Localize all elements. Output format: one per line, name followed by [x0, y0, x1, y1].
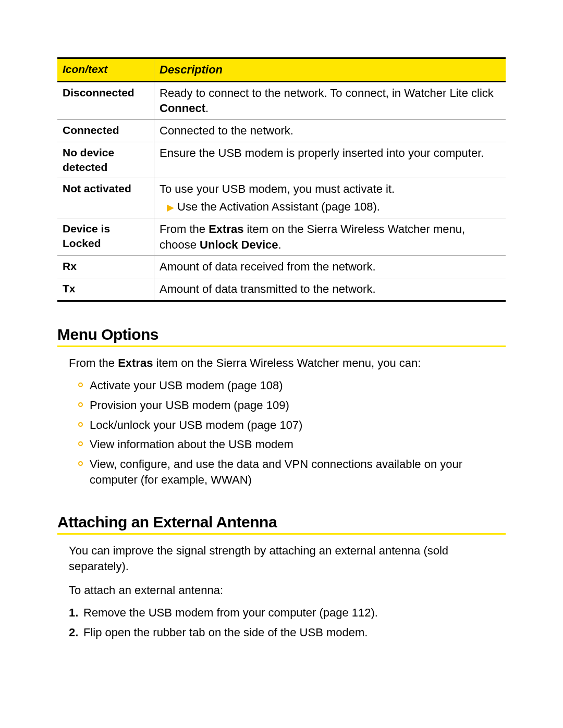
- table-row: Rx Amount of data received from the netw…: [57, 256, 506, 278]
- menu-options-intro: From the Extras item on the Sierra Wirel…: [69, 355, 506, 371]
- table-row: Not activated To use your USB modem, you…: [57, 178, 506, 218]
- cell-icon: Tx: [57, 278, 154, 301]
- table-row: No device detected Ensure the USB modem …: [57, 142, 506, 178]
- antenna-para: You can improve the signal strength by a…: [69, 543, 506, 574]
- desc-text: .: [205, 102, 209, 115]
- cell-icon: Disconnected: [57, 81, 154, 119]
- intro-text: From the: [69, 356, 118, 369]
- list-item: View, configure, and use the data and VP…: [78, 454, 506, 489]
- menu-options-list: Activate your USB modem (page 108) Provi…: [57, 376, 506, 489]
- antenna-lead: To attach an external antenna:: [69, 583, 506, 598]
- desc-text: Ready to connect to the network. To conn…: [160, 87, 494, 100]
- cell-icon: Connected: [57, 120, 154, 142]
- table-row: Device is Locked From the Extras item on…: [57, 218, 506, 255]
- cell-desc: Amount of data transmitted to the networ…: [154, 278, 506, 301]
- list-item: Provision your USB modem (page 109): [78, 396, 506, 415]
- list-item: Activate your USB modem (page 108): [78, 376, 506, 396]
- cell-desc: From the Extras item on the Sierra Wirel…: [154, 218, 506, 255]
- page-content: Icon/text Description Disconnected Ready…: [0, 0, 563, 728]
- cell-desc: Connected to the network.: [154, 120, 506, 142]
- list-item: Remove the USB modem from your computer …: [69, 603, 506, 623]
- cell-icon: Device is Locked: [57, 218, 154, 255]
- desc-text: From the: [160, 223, 209, 236]
- table-row: Disconnected Ready to connect to the net…: [57, 81, 506, 119]
- cell-icon: Not activated: [57, 178, 154, 218]
- desc-text: .: [278, 238, 281, 251]
- desc-bold: Connect: [160, 102, 205, 115]
- intro-bold: Extras: [118, 356, 153, 369]
- sub-bullet-text: Use the Activation Assistant (page 108).: [177, 200, 380, 213]
- table-header-row: Icon/text Description: [57, 58, 506, 82]
- desc-bold: Unlock Device: [200, 238, 278, 251]
- table-row: Tx Amount of data transmitted to the net…: [57, 278, 506, 301]
- header-description: Description: [154, 58, 506, 82]
- list-item: Flip open the rubber tab on the side of …: [69, 623, 506, 643]
- cell-desc: Amount of data received from the network…: [154, 256, 506, 278]
- cell-icon: Rx: [57, 256, 154, 278]
- cell-desc: To use your USB modem, you must activate…: [154, 178, 506, 218]
- desc-bold: Extras: [209, 223, 243, 236]
- sub-bullet: ▶Use the Activation Assistant (page 108)…: [160, 199, 500, 215]
- heading-menu-options: Menu Options: [57, 326, 506, 347]
- triangle-bullet-icon: ▶: [167, 201, 177, 214]
- cell-desc: Ensure the USB modem is properly inserte…: [154, 142, 506, 178]
- status-table: Icon/text Description Disconnected Ready…: [57, 57, 506, 302]
- heading-external-antenna: Attaching an External Antenna: [57, 513, 506, 535]
- cell-desc: Ready to connect to the network. To conn…: [154, 81, 506, 119]
- intro-text: item on the Sierra Wireless Watcher menu…: [153, 356, 421, 369]
- list-item: View information about the USB modem: [78, 435, 506, 454]
- cell-icon: No device detected: [57, 142, 154, 178]
- table-row: Connected Connected to the network.: [57, 120, 506, 142]
- desc-text: To use your USB modem, you must activate…: [160, 182, 395, 195]
- antenna-steps: Remove the USB modem from your computer …: [57, 603, 506, 642]
- list-item: Lock/unlock your USB modem (page 107): [78, 415, 506, 435]
- header-icon-text: Icon/text: [57, 58, 154, 82]
